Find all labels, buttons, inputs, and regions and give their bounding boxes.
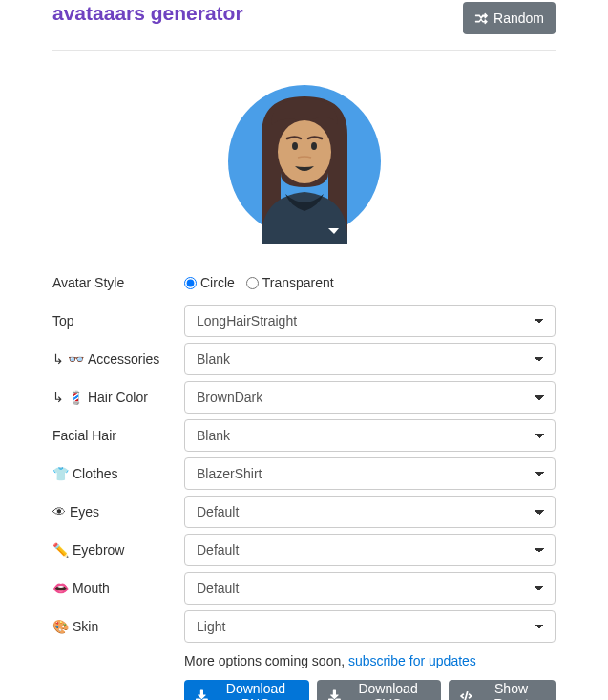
svg-point-2 [292,142,298,150]
random-button[interactable]: Random [463,2,556,34]
mouth-select[interactable]: Default [184,572,556,605]
svg-point-3 [311,142,317,150]
eyes-select[interactable]: Default [184,496,556,528]
download-svg-button[interactable]: Download SVG [317,680,441,700]
facial-hair-label: Facial Hair [52,428,184,443]
top-select[interactable]: LongHairStraight [184,305,556,337]
style-transparent-option[interactable]: Transparent [246,275,334,290]
clothes-label: 👕 Clothes [52,466,184,481]
skin-label: 🎨 Skin [52,619,184,634]
style-transparent-radio[interactable] [246,277,259,289]
svg-point-1 [278,120,331,183]
accessories-select[interactable]: Blank [184,343,556,375]
eyebrow-select[interactable]: Default [184,534,556,566]
style-circle-option[interactable]: Circle [184,275,235,290]
hair-color-label: ↳ 💈 Hair Color [52,390,184,405]
random-button-label: Random [493,11,544,26]
style-circle-radio[interactable] [184,277,197,289]
download-icon [328,689,341,700]
facial-hair-select[interactable]: Blank [184,419,556,452]
eyebrow-label: ✏️ Eyebrow [52,542,184,558]
eyes-label: 👁 Eyes [52,504,184,520]
avatar-style-label: Avatar Style [52,275,184,290]
download-icon [196,689,208,700]
footer-text: More options coming soon, subscribe for … [52,653,556,668]
random-icon [474,11,488,25]
top-label: Top [52,313,184,329]
mouth-label: 👄 Mouth [52,581,184,596]
skin-select[interactable]: Light [184,610,556,643]
download-png-button[interactable]: Download PNG [184,680,309,700]
accessories-label: ↳ 👓 Accessories [52,351,184,367]
subscribe-link[interactable]: subscribe for updates [348,653,476,668]
page-title: avataaars generator [52,2,243,25]
code-icon [460,689,472,700]
show-react-button[interactable]: Show React [449,680,556,700]
hair-color-select[interactable]: BrownDark [184,381,556,414]
clothes-select[interactable]: BlazerShirt [184,457,556,490]
avatar-preview [228,77,381,244]
